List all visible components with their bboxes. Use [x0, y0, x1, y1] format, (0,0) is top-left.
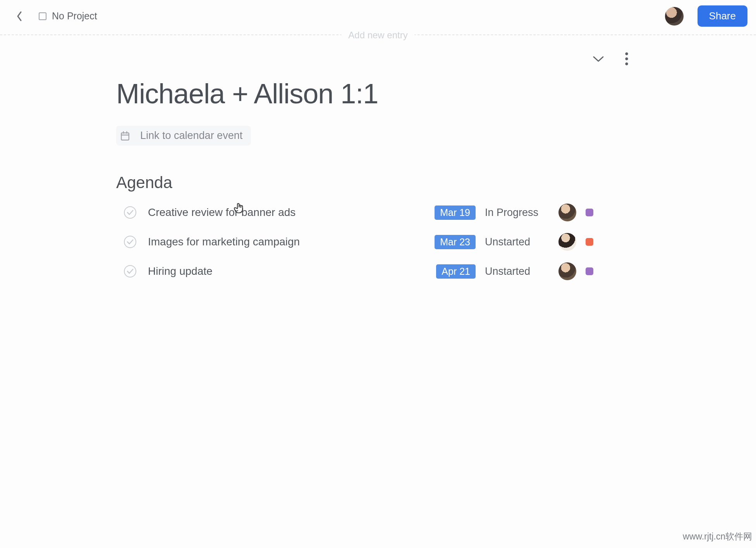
task-color-tag[interactable] — [586, 209, 593, 216]
entry-controls — [593, 52, 628, 65]
agenda-row[interactable]: Images for marketing campaign Mar 23 Uns… — [116, 233, 640, 251]
agenda-row[interactable]: Creative review for banner ads Mar 19 In… — [116, 204, 640, 221]
project-checkbox[interactable] — [39, 12, 46, 20]
calendar-link-label: Link to calendar event — [140, 130, 242, 142]
task-color-tag[interactable] — [586, 238, 593, 246]
share-button[interactable]: Share — [698, 5, 747, 27]
task-date-badge[interactable]: Mar 19 — [435, 206, 476, 220]
agenda-list: Creative review for banner ads Mar 19 In… — [116, 204, 640, 280]
task-status[interactable]: In Progress — [485, 207, 551, 219]
back-button[interactable] — [12, 9, 27, 24]
topbar-right: Share — [665, 5, 747, 27]
assignee-avatar[interactable] — [558, 204, 576, 221]
calendar-link-button[interactable]: Link to calendar event — [116, 126, 251, 146]
assignee-avatar[interactable] — [558, 262, 576, 280]
check-icon — [127, 210, 134, 215]
svg-point-0 — [625, 53, 628, 55]
topbar: No Project Share Add new entry — [0, 0, 756, 35]
task-color-tag[interactable] — [586, 267, 593, 275]
user-avatar[interactable] — [665, 7, 684, 26]
page-title: Michaela + Allison 1:1 — [116, 78, 640, 110]
agenda-heading: Agenda — [116, 173, 640, 192]
task-checkbox[interactable] — [124, 236, 136, 248]
task-date-badge[interactable]: Mar 23 — [435, 235, 476, 249]
agenda-row[interactable]: Hiring update Apr 21 Unstarted — [116, 262, 640, 280]
svg-rect-3 — [121, 133, 129, 140]
chevron-left-icon — [16, 11, 22, 21]
calendar-icon — [120, 131, 130, 141]
task-title: Images for marketing campaign — [148, 236, 435, 248]
task-status[interactable]: Unstarted — [485, 265, 551, 277]
check-icon — [127, 239, 134, 245]
check-icon — [127, 269, 134, 274]
more-vertical-icon[interactable] — [625, 52, 628, 65]
task-checkbox[interactable] — [124, 265, 136, 277]
task-date-badge[interactable]: Apr 21 — [436, 264, 476, 279]
assignee-avatar[interactable] — [558, 233, 576, 251]
chevron-down-icon[interactable] — [593, 55, 604, 63]
watermark-text: www.rjtj.cn软件网 — [683, 531, 752, 543]
svg-point-1 — [625, 58, 628, 60]
task-status[interactable]: Unstarted — [485, 236, 551, 248]
project-label[interactable]: No Project — [52, 10, 97, 22]
task-checkbox[interactable] — [124, 206, 136, 219]
task-title: Hiring update — [148, 265, 435, 277]
svg-point-2 — [625, 63, 628, 65]
task-title: Creative review for banner ads — [148, 206, 435, 219]
content-area: Michaela + Allison 1:1 Link to calendar … — [0, 35, 756, 280]
